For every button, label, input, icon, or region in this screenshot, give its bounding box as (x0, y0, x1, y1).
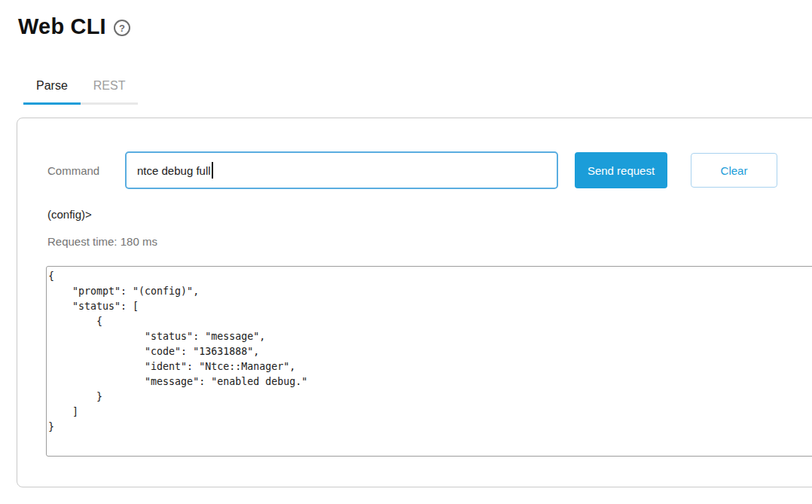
page-title: Web CLI (18, 14, 106, 39)
help-icon[interactable]: ? (114, 20, 130, 36)
prompt-line: (config)> (47, 208, 812, 221)
parse-panel: Command ntce debug full Send request Cle… (17, 118, 812, 487)
tab-bar: Parse REST (23, 78, 138, 105)
request-time: Request time: 180 ms (47, 235, 812, 249)
web-cli-page: Web CLI ? Parse REST Command ntce debug … (0, 14, 812, 487)
tab-rest[interactable]: REST (81, 78, 139, 105)
command-input-value: ntce debug full (137, 164, 211, 177)
command-row: Command ntce debug full Send request Cle… (47, 151, 812, 189)
clear-button[interactable]: Clear (691, 153, 777, 188)
page-header: Web CLI ? (18, 14, 812, 39)
send-request-button[interactable]: Send request (575, 152, 667, 188)
command-label: Command (47, 164, 125, 177)
response-output[interactable]: { "prompt": "(config)", "status": [ { "s… (46, 266, 812, 457)
tab-parse[interactable]: Parse (23, 78, 81, 105)
text-cursor (212, 162, 213, 179)
command-input[interactable]: ntce debug full (125, 151, 558, 189)
